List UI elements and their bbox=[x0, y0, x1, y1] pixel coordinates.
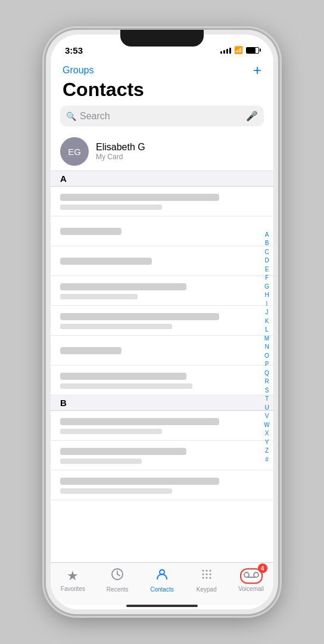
alpha-w[interactable]: W bbox=[263, 421, 271, 430]
wifi-icon: 📶 bbox=[234, 46, 243, 54]
keypad-icon bbox=[200, 568, 213, 584]
alpha-e[interactable]: E bbox=[263, 265, 271, 274]
tab-favorites-label: Favorites bbox=[61, 586, 85, 592]
tab-voicemail[interactable]: 4 Voicemail bbox=[229, 568, 273, 592]
contact-name-blur bbox=[60, 258, 152, 265]
contact-name-blur bbox=[60, 283, 186, 290]
tab-contacts[interactable]: Contacts bbox=[140, 568, 185, 593]
tab-voicemail-label: Voicemail bbox=[238, 586, 264, 592]
page-title: Contacts bbox=[51, 78, 273, 106]
nav-header: Groups + bbox=[51, 61, 273, 78]
search-bar[interactable]: 🔍 Search 🎤 bbox=[60, 106, 264, 126]
contact-row[interactable] bbox=[51, 366, 273, 395]
tab-recents-label: Recents bbox=[107, 586, 129, 593]
contact-sub-blur bbox=[60, 429, 162, 434]
alpha-p[interactable]: P bbox=[263, 360, 271, 369]
alpha-f[interactable]: F bbox=[263, 274, 271, 283]
phone-device: 3:53 📶 Groups + Con bbox=[46, 30, 278, 614]
battery-icon bbox=[246, 47, 259, 54]
contact-row[interactable] bbox=[51, 216, 273, 246]
alpha-v[interactable]: V bbox=[263, 412, 271, 421]
voicemail-icon-wrap: 4 bbox=[240, 568, 263, 584]
svg-point-5 bbox=[205, 570, 207, 572]
alpha-h[interactable]: H bbox=[263, 291, 271, 300]
contact-row[interactable] bbox=[51, 336, 273, 366]
contact-sub-blur bbox=[60, 383, 192, 389]
tab-favorites[interactable]: ★ Favorites bbox=[51, 568, 95, 592]
contact-sub-blur bbox=[60, 324, 172, 329]
avatar: EG bbox=[60, 137, 89, 166]
clock-icon bbox=[111, 568, 124, 584]
alpha-z[interactable]: Z bbox=[263, 447, 271, 456]
search-icon: 🔍 bbox=[66, 112, 76, 121]
alpha-b[interactable]: B bbox=[263, 239, 271, 248]
tab-bar: ★ Favorites Recents bbox=[51, 562, 273, 605]
status-icons: 📶 bbox=[220, 46, 259, 54]
contact-row[interactable] bbox=[51, 276, 273, 306]
alpha-l[interactable]: L bbox=[263, 326, 271, 335]
svg-point-10 bbox=[202, 577, 204, 579]
alpha-k[interactable]: K bbox=[263, 317, 271, 326]
svg-line-2 bbox=[117, 574, 120, 576]
phone-screen: 3:53 📶 Groups + Con bbox=[51, 35, 273, 609]
contact-sub-blur bbox=[60, 488, 172, 494]
alphabet-index[interactable]: A B C D E F G H I J K L M N O P Q bbox=[263, 132, 271, 562]
contact-row[interactable] bbox=[51, 246, 273, 276]
contact-row[interactable] bbox=[51, 470, 273, 500]
contact-name-blur bbox=[60, 313, 219, 320]
contact-row[interactable] bbox=[51, 187, 273, 216]
section-header-a: A bbox=[51, 171, 273, 187]
tab-keypad-label: Keypad bbox=[197, 586, 217, 593]
contact-name-blur bbox=[60, 228, 122, 235]
alpha-n[interactable]: N bbox=[263, 343, 271, 352]
svg-point-14 bbox=[254, 572, 258, 577]
svg-point-7 bbox=[202, 574, 204, 575]
svg-point-11 bbox=[205, 577, 207, 579]
alpha-j[interactable]: J bbox=[263, 308, 271, 317]
notch bbox=[120, 30, 204, 47]
contact-sub-blur bbox=[60, 205, 162, 210]
alpha-hash[interactable]: # bbox=[263, 456, 271, 465]
alpha-t[interactable]: T bbox=[263, 395, 271, 404]
contact-name-blur bbox=[60, 418, 219, 425]
alpha-r[interactable]: R bbox=[263, 377, 271, 386]
alpha-i[interactable]: I bbox=[263, 300, 271, 309]
alpha-m[interactable]: M bbox=[263, 335, 271, 343]
voicemail-badge: 4 bbox=[258, 564, 267, 573]
microphone-icon[interactable]: 🎤 bbox=[246, 110, 258, 122]
svg-point-6 bbox=[209, 570, 211, 572]
alpha-g[interactable]: G bbox=[263, 283, 271, 292]
alpha-s[interactable]: S bbox=[263, 386, 271, 395]
contact-row[interactable] bbox=[51, 441, 273, 470]
alpha-q[interactable]: Q bbox=[263, 369, 271, 378]
add-contact-button[interactable]: + bbox=[253, 63, 261, 78]
svg-point-12 bbox=[209, 577, 211, 579]
svg-point-9 bbox=[209, 574, 211, 575]
svg-point-13 bbox=[244, 572, 249, 577]
alpha-d[interactable]: D bbox=[263, 256, 271, 265]
tab-keypad[interactable]: Keypad bbox=[184, 568, 229, 593]
alpha-u[interactable]: U bbox=[263, 404, 271, 413]
tab-contacts-label: Contacts bbox=[150, 586, 173, 593]
search-input[interactable]: Search bbox=[80, 111, 242, 122]
home-indicator bbox=[126, 605, 198, 607]
alpha-y[interactable]: Y bbox=[263, 438, 271, 447]
contact-name-blur bbox=[60, 448, 186, 455]
tab-recents[interactable]: Recents bbox=[95, 568, 140, 593]
signal-icon bbox=[220, 47, 231, 54]
my-card-subtitle: My Card bbox=[96, 153, 145, 161]
alpha-a[interactable]: A bbox=[263, 231, 271, 240]
contact-sub-blur bbox=[60, 459, 142, 464]
alpha-o[interactable]: O bbox=[263, 352, 271, 361]
contact-name-blur bbox=[60, 478, 219, 485]
my-card[interactable]: EG Elisabeth G My Card bbox=[51, 132, 273, 171]
alpha-c[interactable]: C bbox=[263, 248, 271, 257]
person-icon bbox=[155, 568, 169, 584]
contact-row[interactable] bbox=[51, 411, 273, 441]
contact-row[interactable] bbox=[51, 306, 273, 336]
alpha-x[interactable]: X bbox=[263, 429, 271, 438]
groups-button[interactable]: Groups bbox=[63, 65, 94, 76]
svg-point-8 bbox=[205, 574, 207, 575]
section-header-b: B bbox=[51, 395, 273, 411]
svg-point-4 bbox=[202, 570, 204, 572]
